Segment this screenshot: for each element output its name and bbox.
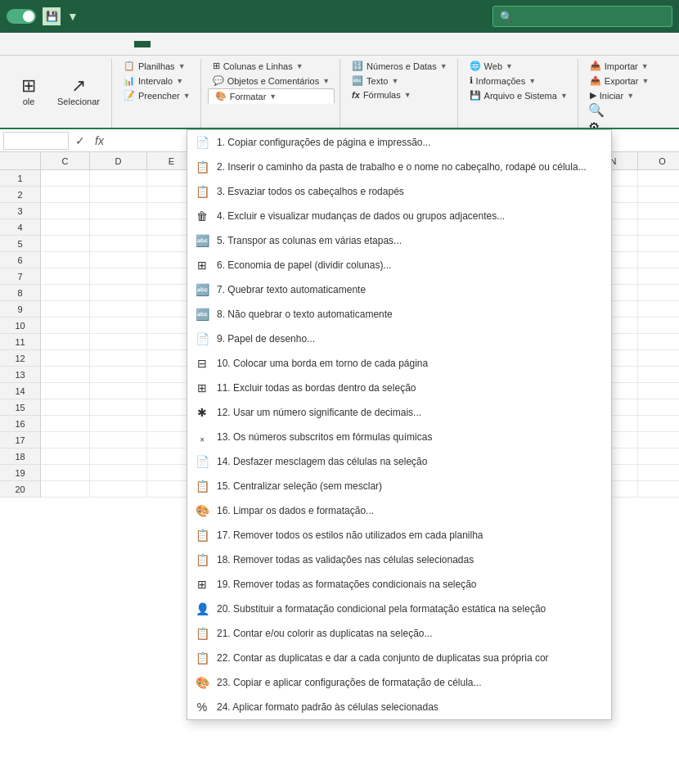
ribbon-btn-selecionar[interactable]: ↗ Selecionar bbox=[51, 74, 106, 110]
cell-O5[interactable] bbox=[638, 236, 679, 252]
cell-C3[interactable] bbox=[41, 203, 90, 219]
cell-C15[interactable] bbox=[41, 399, 90, 416]
ribbon-intervalo[interactable]: 📊 Intervalo ▼ bbox=[119, 74, 196, 88]
menu-formulas[interactable] bbox=[52, 41, 69, 47]
ribbon-btn-controle[interactable]: ⊞ ole bbox=[8, 74, 49, 110]
menu-inserir[interactable] bbox=[3, 41, 20, 47]
ribbon-formulas-btn[interactable]: fx Fórmulas ▼ bbox=[347, 88, 452, 101]
dropdown-item-19[interactable]: ⊞19. Remover todas as formatações condic… bbox=[187, 572, 611, 597]
cell-D16[interactable] bbox=[90, 416, 147, 432]
dropdown-item-10[interactable]: ⊟10. Colocar uma borda em torno de cada … bbox=[187, 351, 611, 376]
dropdown-item-20[interactable]: 👤20. Substituir a formatação condicional… bbox=[187, 597, 611, 621]
cell-O16[interactable] bbox=[638, 416, 679, 432]
menu-desenhar[interactable] bbox=[20, 41, 36, 47]
dropdown-item-7[interactable]: 🔤7. Quebrar texto automaticamente bbox=[187, 277, 611, 302]
dropdown-item-6[interactable]: ⊞6. Economia de papel (dividir colunas).… bbox=[187, 253, 611, 277]
cell-D14[interactable] bbox=[90, 383, 147, 399]
cell-D11[interactable] bbox=[90, 334, 147, 350]
cell-D20[interactable] bbox=[90, 481, 147, 498]
dropdown-item-23[interactable]: 🎨23. Copiar e aplicar configurações de f… bbox=[187, 670, 611, 695]
menu-exibir[interactable] bbox=[101, 41, 118, 47]
dropdown-item-17[interactable]: 📋17. Remover todos os estilos não utiliz… bbox=[187, 523, 611, 547]
dropdown-item-2[interactable]: 📋2. Inserir o caminho da pasta de trabal… bbox=[187, 155, 611, 179]
cell-O9[interactable] bbox=[638, 301, 679, 318]
cell-C4[interactable] bbox=[41, 219, 90, 236]
cell-O1[interactable] bbox=[638, 170, 679, 187]
ribbon-preencher[interactable]: 📝 Preencher ▼ bbox=[119, 88, 196, 102]
cell-C16[interactable] bbox=[41, 416, 90, 432]
cell-D9[interactable] bbox=[90, 301, 147, 318]
cell-O11[interactable] bbox=[638, 334, 679, 350]
dropdown-item-16[interactable]: 🎨16. Limpar os dados e formatação... bbox=[187, 498, 611, 523]
cell-O6[interactable] bbox=[638, 252, 679, 268]
cell-C10[interactable] bbox=[41, 318, 90, 334]
ribbon-exportar[interactable]: 📤 Exportar ▼ bbox=[585, 74, 654, 88]
toggle-switch[interactable] bbox=[7, 9, 36, 24]
dropdown-item-1[interactable]: 📄1. Copiar configurações de página e imp… bbox=[187, 130, 611, 155]
cell-O18[interactable] bbox=[638, 448, 679, 465]
cell-O17[interactable] bbox=[638, 432, 679, 448]
ribbon-planilhas[interactable]: 📋 Planilhas ▼ bbox=[119, 59, 196, 73]
ribbon-texto[interactable]: 🔤 Texto ▼ bbox=[347, 74, 452, 88]
ribbon-importar[interactable]: 📥 Importar ▼ bbox=[585, 59, 654, 73]
dropdown-item-9[interactable]: 📄9. Papel de desenho... bbox=[187, 327, 611, 351]
cell-O12[interactable] bbox=[638, 350, 679, 367]
ribbon-iniciar[interactable]: ▶ Iniciar ▼ bbox=[585, 88, 654, 102]
cell-C17[interactable] bbox=[41, 432, 90, 448]
dropdown-item-24[interactable]: %24. Aplicar formato padrão às células s… bbox=[187, 695, 611, 719]
cell-D3[interactable] bbox=[90, 203, 147, 219]
cell-C1[interactable] bbox=[41, 170, 90, 187]
cell-C19[interactable] bbox=[41, 465, 90, 481]
cell-D7[interactable] bbox=[90, 268, 147, 285]
ribbon-numeros[interactable]: 🔢 Números e Datas ▼ bbox=[347, 59, 452, 73]
cell-name-box[interactable] bbox=[3, 132, 69, 150]
menu-revisao[interactable] bbox=[85, 41, 101, 47]
dropdown-item-12[interactable]: ✱12. Usar um número significante de deci… bbox=[187, 400, 611, 425]
formula-check[interactable]: ✓ bbox=[72, 134, 88, 147]
cell-C9[interactable] bbox=[41, 301, 90, 318]
dropdown-item-21[interactable]: 📋21. Contar e/ou colorir as duplicatas n… bbox=[187, 621, 611, 646]
dropdown-item-5[interactable]: 🔤5. Transpor as colunas em várias etapas… bbox=[187, 228, 611, 253]
cell-D12[interactable] bbox=[90, 350, 147, 367]
cell-C2[interactable] bbox=[41, 187, 90, 203]
cell-D10[interactable] bbox=[90, 318, 147, 334]
dropdown-item-22[interactable]: 📋22. Contar as duplicatas e dar a cada c… bbox=[187, 646, 611, 670]
cell-D6[interactable] bbox=[90, 252, 147, 268]
menu-dados[interactable] bbox=[69, 41, 85, 47]
ribbon-formatar[interactable]: 🎨 Formatar ▼ bbox=[208, 88, 335, 104]
cell-O7[interactable] bbox=[638, 268, 679, 285]
dropdown-item-14[interactable]: 📄14. Desfazer mesclagem das células na s… bbox=[187, 449, 611, 474]
cell-O2[interactable] bbox=[638, 187, 679, 203]
cell-C20[interactable] bbox=[41, 481, 90, 498]
ribbon-objetos[interactable]: 💬 Objetos e Comentários ▼ bbox=[208, 74, 335, 88]
cell-O13[interactable] bbox=[638, 367, 679, 383]
cell-C5[interactable] bbox=[41, 236, 90, 252]
cell-O4[interactable] bbox=[638, 219, 679, 236]
cell-D2[interactable] bbox=[90, 187, 147, 203]
cell-D17[interactable] bbox=[90, 432, 147, 448]
cell-D19[interactable] bbox=[90, 465, 147, 481]
cell-D18[interactable] bbox=[90, 448, 147, 465]
cell-C18[interactable] bbox=[41, 448, 90, 465]
menu-asap[interactable] bbox=[134, 41, 151, 47]
ribbon-search-icon[interactable]: 🔍 bbox=[588, 102, 605, 118]
cell-D13[interactable] bbox=[90, 367, 147, 383]
save-icon[interactable]: 💾 bbox=[43, 7, 61, 25]
dropdown-item-11[interactable]: ⊞11. Excluir todas as bordas dentro da s… bbox=[187, 376, 611, 400]
ribbon-arquivo[interactable]: 💾 Arquivo e Sistema ▼ bbox=[465, 88, 573, 102]
ribbon-web[interactable]: 🌐 Web ▼ bbox=[465, 59, 573, 73]
cell-C6[interactable] bbox=[41, 252, 90, 268]
cell-O10[interactable] bbox=[638, 318, 679, 334]
cell-C8[interactable] bbox=[41, 285, 90, 301]
menu-layout[interactable] bbox=[36, 41, 52, 47]
cell-D4[interactable] bbox=[90, 219, 147, 236]
cell-C12[interactable] bbox=[41, 350, 90, 367]
cell-C13[interactable] bbox=[41, 367, 90, 383]
dropdown-item-13[interactable]: ₓ13. Os números subscritos em fórmulas q… bbox=[187, 425, 611, 449]
cell-O8[interactable] bbox=[638, 285, 679, 301]
ribbon-colunas-linhas[interactable]: ⊞ Colunas e Linhas ▼ bbox=[208, 59, 335, 73]
cell-D1[interactable] bbox=[90, 170, 147, 187]
cell-C14[interactable] bbox=[41, 383, 90, 399]
cell-O20[interactable] bbox=[638, 481, 679, 498]
quick-access-arrow[interactable]: ▼ bbox=[67, 10, 79, 23]
